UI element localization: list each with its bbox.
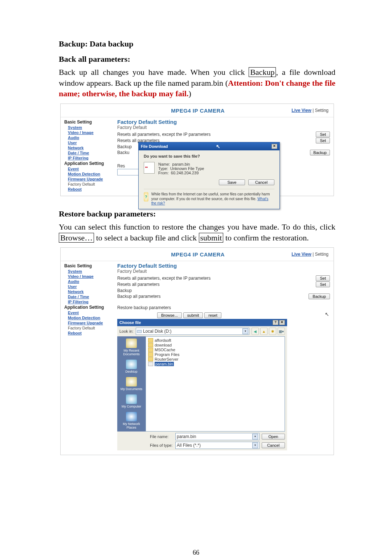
sidebar-item-firmware[interactable]: Firmware Upgrade [68, 321, 114, 325]
place-mycomputer[interactable]: My Computer [118, 394, 145, 408]
set-button-1[interactable]: Set [316, 131, 330, 137]
sidebar-item-datetime[interactable]: Date / Time [68, 295, 114, 299]
heading-backall: Back all parameters: [59, 54, 335, 64]
up-icon[interactable]: ▲ [260, 328, 268, 335]
submit-button-ref: submit [199, 233, 224, 243]
open-button[interactable]: Open [262, 434, 285, 439]
svg-rect-1 [137, 330, 142, 331]
main-heading: Factory Default Setting [117, 263, 330, 269]
sidebar-item-event[interactable]: Event [68, 311, 114, 315]
sidebar-item-user[interactable]: User [68, 284, 114, 289]
help-icon[interactable]: ? [273, 320, 278, 325]
drive-label: Local Disk (D:) [143, 329, 172, 334]
backup-button[interactable]: Backup [310, 150, 330, 155]
screenshot-choose-file: MPEG4 IP CAMERA Live View | Setting Basi… [60, 247, 334, 455]
place-recent[interactable]: My Recent Documents [118, 339, 145, 356]
sidebar-item-event[interactable]: Event [68, 167, 114, 171]
sidebar-item-ipfilter[interactable]: IP Filtering [68, 156, 114, 160]
chevron-down-icon[interactable]: ▾ [242, 328, 248, 334]
lookin-dropdown[interactable]: Local Disk (D:)▾ [136, 328, 249, 335]
cancel-button[interactable]: Cancel [248, 179, 274, 185]
dialog-question: Do you want to save this file? [144, 154, 274, 158]
restore-file-input[interactable] [117, 169, 141, 175]
setting-link[interactable]: Setting [315, 108, 328, 113]
main-panel: Factory Default Setting Factory Default … [116, 117, 334, 196]
lookin-label: Look in: [119, 329, 134, 333]
page-number: 66 [0, 549, 392, 555]
chevron-down-icon[interactable]: ▾ [252, 442, 258, 448]
dialog-titlebar[interactable]: Choose file ?✕ [117, 319, 287, 326]
sidebar-item-motion[interactable]: Motion Detection [68, 316, 114, 320]
setting-link[interactable]: Setting [315, 252, 328, 257]
cancel-button[interactable]: Cancel [262, 442, 285, 448]
places-bar: My Recent Documents Desktop My Documents… [117, 336, 146, 432]
submit-button[interactable]: submit [183, 312, 203, 318]
filename-label: File name: [150, 434, 173, 439]
place-mydocs[interactable]: My Documents [118, 377, 145, 391]
sidebar-item-datetime[interactable]: Date / Time [68, 151, 114, 155]
sidebar-item-factory[interactable]: Factory Default [68, 326, 114, 330]
network-icon [126, 412, 137, 421]
file-icon: ■■ [144, 162, 155, 174]
set-button-1[interactable]: Set [316, 275, 330, 281]
chevron-down-icon[interactable]: ▾ [252, 434, 258, 439]
list-item-selected[interactable]: param.bin [148, 362, 282, 366]
set-button-2[interactable]: Set [316, 281, 330, 287]
sidebar-item-audio[interactable]: Audio [68, 135, 114, 140]
from-value: 60.248.204.239 [171, 171, 199, 175]
reset-button[interactable]: reset [204, 312, 221, 318]
sidebar-item-network[interactable]: Network [68, 289, 114, 294]
sidebar-item-system[interactable]: System [68, 125, 114, 130]
sidebar-item-user[interactable]: User [68, 141, 114, 145]
backup-button[interactable]: Backup [309, 293, 330, 299]
close-icon[interactable]: ✕ [271, 144, 277, 149]
new-folder-icon[interactable]: ✱ [269, 328, 276, 335]
dialog-title: Choose file [119, 320, 141, 325]
browse-button[interactable]: Browse... [157, 312, 182, 318]
separator: | [311, 252, 315, 257]
list-item[interactable]: RouterServer [148, 357, 282, 361]
place-desktop[interactable]: Desktop [118, 360, 145, 373]
folder-icon [148, 348, 153, 352]
list-item[interactable]: MSOCache [148, 348, 282, 352]
list-item[interactable]: download [148, 343, 282, 347]
file-list[interactable]: affordsoft download MSOCache Program Fil… [146, 336, 285, 432]
heading-restore: Restore backup parameters: [59, 209, 335, 219]
set-button-2[interactable]: Set [316, 138, 330, 143]
filename-input[interactable]: param.bin▾ [175, 433, 260, 440]
sidebar-item-firmware[interactable]: Firmware Upgrade [68, 177, 114, 181]
sidebar-item-motion[interactable]: Motion Detection [68, 172, 114, 176]
folder-icon [148, 338, 153, 343]
sidebar-item-factory[interactable]: Factory Default [68, 182, 114, 186]
views-icon[interactable]: ▦▾ [278, 328, 285, 335]
live-view-link[interactable]: Live View [291, 252, 311, 257]
text: ) [188, 89, 191, 98]
live-view-link[interactable]: Live View [291, 108, 311, 113]
place-network[interactable]: My Network Places [118, 412, 145, 429]
type-label: Type: [158, 166, 168, 171]
list-item[interactable]: Program Files [148, 352, 282, 357]
filetype-select[interactable]: All Files (*.*)▾ [175, 442, 260, 449]
back-icon[interactable]: ◀ [252, 328, 259, 335]
text: to confirm the restoration. [223, 233, 309, 242]
sidebar-item-video[interactable]: Video / Image [68, 274, 114, 279]
sidebar-item-audio[interactable]: Audio [68, 279, 114, 284]
sidebar-item-network[interactable]: Network [68, 146, 114, 150]
backup-all-label: Backup all parameters [117, 294, 309, 299]
sidebar-item-reboot[interactable]: Reboot [68, 187, 114, 191]
header-links: Live View | Setting [291, 108, 334, 113]
sidebar-item-ipfilter[interactable]: IP Filtering [68, 300, 114, 304]
shield-icon: ? [144, 192, 148, 202]
save-button[interactable]: Save [219, 179, 245, 185]
restore-label-cut: Res [117, 163, 125, 169]
sidebar-group-app: Application Setting [64, 161, 114, 166]
sidebar-item-reboot[interactable]: Reboot [68, 331, 114, 335]
folder-icon [148, 357, 153, 361]
list-item[interactable]: affordsoft [148, 338, 282, 343]
close-icon[interactable]: ✕ [279, 320, 285, 325]
dialog-titlebar[interactable]: File Download ↖ ✕ [139, 142, 279, 150]
sidebar-item-system[interactable]: System [68, 269, 114, 274]
main-subheading: Factory Default [117, 125, 330, 130]
sidebar-item-video[interactable]: Video / Image [68, 130, 114, 135]
backup-button-ref: Backup [249, 67, 276, 77]
